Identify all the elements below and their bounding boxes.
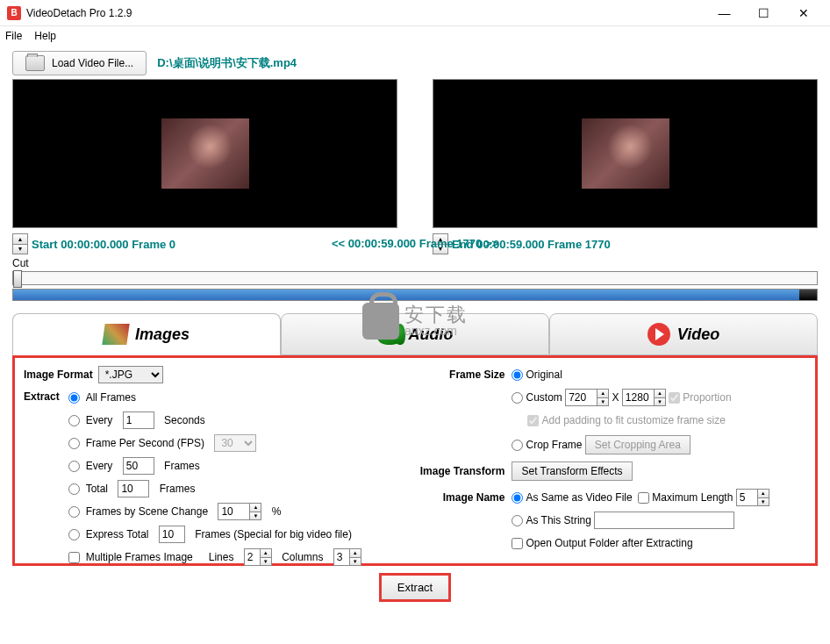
total-frames-input[interactable]	[118, 480, 149, 497]
end-preview	[433, 79, 818, 228]
minimize-button[interactable]: —	[705, 1, 744, 25]
app-icon: B	[7, 6, 21, 20]
every-seconds-input[interactable]	[123, 411, 154, 429]
radio-custom[interactable]	[512, 392, 523, 404]
height-input[interactable]: ▲▼	[622, 389, 666, 406]
crop-area-button[interactable]: Set Cropping Area	[585, 435, 690, 454]
slider-handle[interactable]	[13, 270, 22, 288]
window-title: VideoDetach Pro 1.2.9	[26, 7, 705, 19]
start-time-label: Start 00:00:00.000 Frame 0	[32, 238, 175, 251]
frame-size-label: Frame Size	[410, 369, 504, 381]
menu-help[interactable]: Help	[34, 30, 56, 42]
fps-select[interactable]: 30	[214, 434, 256, 452]
check-padding	[527, 415, 539, 426]
video-icon	[648, 323, 670, 346]
every-frames-input[interactable]	[123, 457, 154, 475]
load-video-button[interactable]: Load Video File...	[12, 51, 147, 75]
radio-scene-change[interactable]	[68, 506, 80, 518]
name-string-input[interactable]	[594, 512, 734, 529]
check-proportion	[669, 392, 680, 404]
file-path: D:\桌面\说明书\安下载.mp4	[157, 55, 297, 71]
width-input[interactable]: ▲▼	[565, 389, 609, 406]
radio-every-frames[interactable]	[68, 461, 80, 472]
range-bar[interactable]	[12, 289, 818, 301]
transform-button[interactable]: Set Transform Effects	[512, 462, 632, 481]
lines-input[interactable]: ▲▼	[244, 548, 272, 566]
folder-icon	[25, 55, 45, 71]
radio-every-seconds[interactable]	[68, 415, 80, 426]
columns-input[interactable]: ▲▼	[333, 548, 361, 566]
audio-icon	[377, 324, 402, 345]
load-video-label: Load Video File...	[52, 57, 133, 69]
scene-pct-input[interactable]: ▲▼	[218, 503, 261, 520]
maximize-button[interactable]: ☐	[744, 1, 783, 25]
extract-button[interactable]: Extract	[379, 573, 451, 602]
close-button[interactable]: ✕	[783, 1, 823, 25]
position-slider[interactable]	[12, 271, 818, 285]
radio-name-same[interactable]	[512, 492, 523, 504]
check-max-length[interactable]	[638, 492, 649, 504]
radio-total[interactable]	[68, 483, 80, 495]
tab-images[interactable]: Images	[12, 313, 281, 355]
check-open-folder[interactable]	[512, 538, 523, 549]
start-preview	[12, 79, 397, 228]
image-format-select[interactable]: *.JPG	[98, 366, 163, 383]
extract-label: Extract	[24, 390, 60, 570]
radio-fps[interactable]	[68, 438, 80, 449]
tab-audio[interactable]: Audio	[281, 313, 549, 355]
image-name-label: Image Name	[410, 491, 504, 504]
transform-label: Image Transform	[410, 465, 504, 477]
image-format-label: Image Format	[24, 369, 93, 381]
radio-original[interactable]	[512, 369, 523, 381]
radio-crop[interactable]	[512, 440, 523, 451]
cut-label: Cut	[12, 257, 29, 269]
radio-name-string[interactable]	[512, 515, 523, 526]
radio-express-total[interactable]	[68, 529, 80, 540]
tab-video[interactable]: Video	[549, 313, 818, 355]
images-icon	[102, 324, 129, 345]
menu-file[interactable]: File	[5, 30, 22, 42]
check-multi-frames[interactable]	[68, 552, 80, 563]
radio-all-frames[interactable]	[68, 392, 80, 404]
express-input[interactable]	[159, 526, 185, 543]
max-length-input[interactable]: ▲▼	[736, 489, 769, 506]
start-frame-spinner[interactable]: ▲▼	[12, 233, 28, 254]
